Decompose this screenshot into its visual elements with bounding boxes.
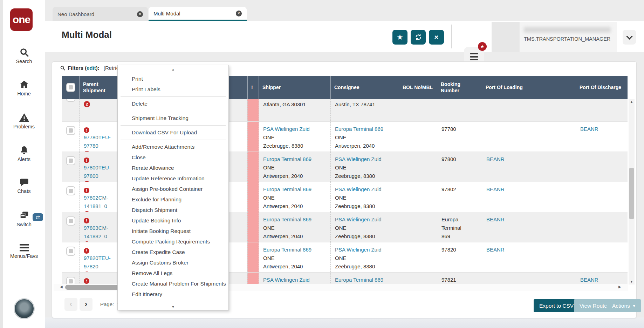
scroll-up-icon[interactable]: ▲ (629, 100, 635, 103)
scroll-right-icon[interactable]: ▶ (618, 285, 621, 289)
menu-item[interactable]: Add/Remove Attachments (118, 142, 228, 152)
shipper-link[interactable]: Europa Terminal 869 (263, 185, 326, 194)
sidebar-item-chats[interactable]: Chats (3, 178, 45, 194)
port-of-discharge-link[interactable]: BEANR (580, 126, 598, 132)
parent-shipment-link[interactable]: 97820TEU- (84, 255, 111, 261)
shipper-link[interactable]: Europa Terminal 869 (263, 215, 326, 224)
vertical-scrollbar[interactable]: ▲ ▼ (629, 99, 635, 285)
row-checkbox[interactable] (66, 99, 75, 102)
menu-item[interactable]: Assign Customs Broker (118, 257, 228, 268)
consignee-link[interactable]: PSA Wielingen Zuid (335, 246, 395, 254)
row-checkbox[interactable] (66, 156, 75, 165)
scroll-down-icon[interactable]: ▼ (629, 280, 635, 283)
refresh-button[interactable] (411, 30, 426, 45)
menu-item[interactable]: Print Labels (118, 84, 228, 95)
menu-item[interactable]: Exclude for Planning (118, 194, 228, 205)
row-checkbox[interactable] (66, 126, 75, 135)
parent-shipment-link[interactable]: 97780TEU- (84, 134, 111, 140)
menu-item[interactable]: Compute Packing Requirements (118, 236, 228, 247)
prev-page-button[interactable]: ‹ (64, 298, 77, 311)
parent-shipment-link[interactable]: 97780 (84, 142, 114, 150)
search-icon (60, 65, 66, 71)
shipper-text: Antwerpen, 2040 (263, 202, 326, 210)
port-of-loading-link[interactable]: BEANR (486, 156, 505, 162)
user-info[interactable]: TMS.TRANSPORTATION_MANAGER (520, 22, 617, 52)
menu-item[interactable]: Assign Pre-booked Container (118, 184, 228, 194)
menu-item[interactable]: Update Booking Info (118, 215, 228, 226)
menu-item[interactable]: Update Reference Information (118, 173, 228, 184)
tab-close-icon[interactable]: × (137, 11, 143, 17)
consignee-link[interactable]: PSA Wielingen Zuid (335, 155, 395, 163)
port-of-discharge-link[interactable]: BEANR (580, 277, 598, 283)
menu-scroll-up-icon[interactable]: ▲ (118, 65, 228, 74)
tab-multi-modal[interactable]: Multi Modal× (149, 7, 247, 21)
cell-consignee: PSA Wielingen ZuidONEZeebrugge, 8380 (330, 212, 399, 242)
menu-item[interactable]: Shipment Line Tracking (118, 113, 228, 123)
user-avatar[interactable] (14, 298, 35, 319)
consignee-link[interactable]: PSA Wielingen Zuid (335, 185, 395, 194)
sidebar-item-menus[interactable]: Menus/Favs (3, 243, 45, 259)
cell-port-of-discharge (576, 182, 628, 212)
menu-item[interactable]: Rerate Allowance (118, 163, 228, 173)
parent-shipment-link[interactable]: 97820 (84, 262, 114, 271)
parent-shipment-link[interactable]: 97803CM- (84, 225, 108, 231)
menu-item[interactable]: Dispatch Shipment (118, 205, 228, 215)
consignee-text: Zeebrugge, 8380 (335, 232, 395, 241)
tab-neo-dashboard[interactable]: Neo Dashboard× (53, 7, 148, 21)
filters-edit-link[interactable]: edit (87, 65, 96, 71)
row-checkbox[interactable] (66, 247, 75, 256)
tab-close-icon[interactable]: × (236, 11, 242, 16)
menu-item[interactable]: Print (118, 74, 228, 84)
consignee-link[interactable]: Europa Terminal 869 (335, 125, 395, 133)
consignee-link[interactable]: PSA Wielingen Zuid (335, 215, 395, 224)
one-logo[interactable]: one (10, 8, 33, 31)
row-checkbox[interactable] (66, 216, 75, 226)
menu-item[interactable]: Initiate Booking Request (118, 226, 228, 236)
port-of-loading-link[interactable]: BEANR (486, 186, 505, 192)
menu-item[interactable]: Remove All Legs (118, 268, 228, 279)
sidebar-item-home[interactable]: Home (3, 79, 45, 96)
column-header-shipper: Shipper (259, 76, 330, 99)
cell-port-of-discharge: BEANR (576, 122, 628, 152)
favorite-star-button[interactable]: ★ (392, 30, 407, 45)
menu-item[interactable]: Edit Itinerary (118, 289, 228, 300)
export-to-csv-button[interactable]: Export to CSV (534, 299, 579, 312)
shipper-link[interactable]: Europa Terminal 869 (263, 246, 326, 254)
row-checkbox[interactable] (66, 186, 75, 195)
menu-item[interactable]: Download CSV For Upload (118, 127, 228, 138)
close-screen-button[interactable]: × (429, 30, 444, 45)
switch-arrows-icon[interactable]: ⇄ (33, 213, 43, 221)
parent-shipment-link[interactable]: 97800 (84, 172, 114, 180)
sidebar-item-search[interactable]: Search (3, 47, 45, 64)
parent-shipment-line: !97780TEU- (84, 125, 114, 142)
port-of-loading-link[interactable]: BEANR (486, 247, 505, 253)
vertical-scroll-thumb[interactable] (629, 168, 634, 219)
menu-item[interactable]: Create Manual Problem For Shipments (118, 279, 228, 289)
shipper-link[interactable]: PSA Wielingen Zuid (263, 276, 326, 284)
port-of-loading-link[interactable]: BEANR (486, 216, 505, 222)
consignee-link[interactable]: Europa Terminal 869 (335, 276, 395, 284)
parent-shipment-link[interactable]: 97802CM- (84, 195, 108, 201)
shipper-link[interactable]: Europa Terminal 869 (263, 155, 326, 163)
tab-label: Multi Modal (153, 11, 180, 16)
menu-scroll-down-icon[interactable]: ▼ (118, 305, 228, 309)
parent-shipment-line: !97820TEU- (84, 246, 114, 262)
scroll-left-icon[interactable]: ◀ (60, 285, 63, 289)
menu-item[interactable]: Delete (118, 99, 228, 109)
menu-item[interactable]: Close (118, 152, 228, 163)
parent-shipment-link[interactable]: 97800TEU- (84, 165, 111, 170)
consignee-text: ONE (335, 133, 395, 142)
user-menu-toggle[interactable] (623, 30, 636, 45)
cell-alert-indicator (247, 99, 259, 121)
booking-number-text: 97820 (441, 246, 478, 254)
sidebar-item-alerts[interactable]: Alerts (3, 145, 45, 162)
select-all-checkbox[interactable] (66, 83, 75, 92)
parent-shipment-link[interactable]: 141882_0 (84, 232, 114, 241)
sidebar-item-problems[interactable]: Problems (3, 112, 45, 129)
next-page-button[interactable]: › (80, 298, 93, 311)
cell-shipper: Europa Terminal 869ONEAntwerpen, 2040 (259, 242, 330, 272)
parent-shipment-link[interactable]: 141881_0 (84, 202, 114, 210)
shipper-link[interactable]: PSA Wielingen Zuid (263, 125, 326, 133)
actions-button[interactable]: Actions ▾ (607, 299, 641, 312)
menu-item[interactable]: Create Expedite Case (118, 247, 228, 257)
